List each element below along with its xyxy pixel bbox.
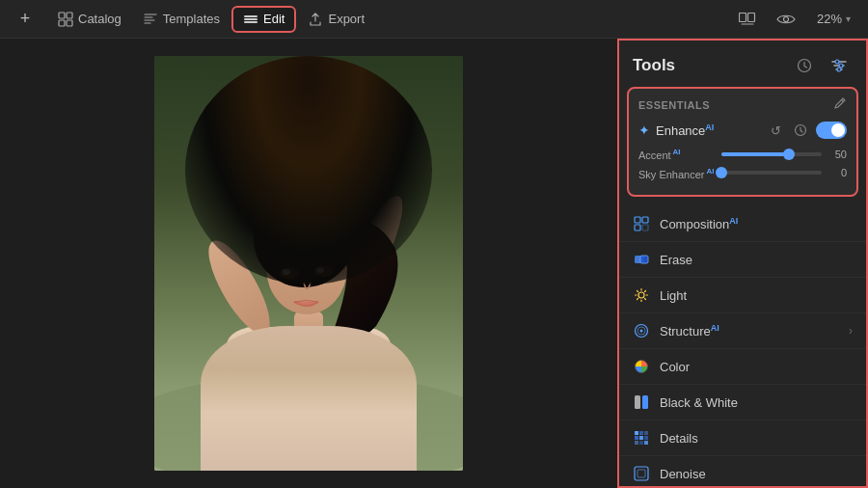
tool-erase-left: Erase (633, 251, 692, 268)
tool-bw[interactable]: Black & White (619, 385, 866, 420)
svg-rect-37 (642, 225, 648, 230)
tool-composition[interactable]: CompositionAI (619, 206, 866, 242)
svg-rect-3 (67, 20, 72, 26)
svg-rect-2 (59, 20, 65, 26)
tool-details-label: Details (660, 431, 698, 446)
svg-rect-50 (635, 431, 638, 435)
svg-point-24 (313, 265, 333, 277)
undo-button[interactable]: ↺ (766, 121, 785, 140)
edit-tab[interactable]: Edit (231, 6, 296, 33)
add-button[interactable]: + (12, 6, 39, 33)
svg-point-11 (154, 374, 463, 471)
tool-structure[interactable]: StructureAI › (619, 313, 866, 349)
sky-slider-thumb[interactable] (716, 167, 727, 178)
catalog-tab[interactable]: Catalog (48, 8, 131, 31)
svg-rect-47 (635, 395, 640, 409)
tool-denoise-left: Denoise (633, 465, 706, 482)
history-button[interactable] (791, 52, 818, 79)
svg-rect-51 (639, 431, 643, 435)
sky-label: Sky Enhancer AI (638, 167, 716, 180)
svg-rect-34 (635, 217, 640, 223)
svg-point-32 (837, 68, 841, 71)
svg-rect-59 (635, 467, 648, 480)
composition-icon (633, 215, 650, 232)
svg-point-25 (283, 269, 290, 275)
enhance-label: EnhanceAI (656, 122, 714, 138)
sky-value: 0 (827, 167, 847, 178)
tool-color-left: Color (633, 358, 690, 375)
tool-composition-left: CompositionAI (633, 215, 738, 232)
templates-tab[interactable]: Templates (133, 8, 230, 31)
tool-composition-label: CompositionAI (660, 216, 738, 231)
tool-color[interactable]: Color (619, 349, 866, 385)
accent-value: 50 (827, 149, 847, 160)
zoom-value: 22% (817, 12, 842, 26)
svg-rect-35 (642, 217, 648, 223)
enhance-actions: ↺ (766, 121, 847, 140)
svg-point-41 (638, 292, 644, 298)
tool-details-left: Details (633, 429, 698, 447)
svg-point-31 (839, 64, 843, 68)
enhance-row: ✦ EnhanceAI ↺ (629, 117, 856, 148)
svg-rect-4 (244, 15, 258, 17)
essentials-section: Essentials ✦ EnhanceAI ↺ (627, 87, 858, 197)
svg-rect-36 (635, 225, 640, 230)
tool-details[interactable]: Details (619, 420, 866, 456)
svg-point-15 (227, 326, 294, 365)
erase-icon (633, 251, 650, 268)
right-panel: Tools (617, 39, 868, 488)
svg-rect-56 (635, 441, 638, 445)
pen-button[interactable] (833, 96, 847, 113)
pen-icon (833, 96, 847, 110)
svg-rect-48 (642, 395, 648, 409)
sky-slider-row: Sky Enhancer AI 0 (638, 167, 847, 180)
tool-denoise-label: Denoise (660, 467, 706, 481)
export-tab[interactable]: Export (298, 8, 374, 31)
structure-icon (633, 322, 650, 339)
tool-denoise[interactable]: Denoise (619, 456, 866, 486)
reset-icon (794, 123, 807, 137)
panel-header: Tools (619, 41, 866, 87)
tool-color-label: Color (660, 360, 690, 374)
light-icon (633, 286, 650, 304)
sky-slider-track[interactable] (721, 171, 822, 175)
enhance-toggle[interactable] (816, 122, 847, 139)
structure-chevron: › (849, 324, 853, 338)
essentials-header: Essentials (629, 89, 856, 117)
svg-point-21 (254, 191, 354, 287)
svg-point-19 (340, 180, 383, 211)
details-icon (633, 429, 650, 447)
history-icon (797, 58, 812, 73)
reset-button[interactable] (791, 121, 810, 140)
zoom-control[interactable]: 22% ▾ (811, 10, 856, 28)
svg-rect-39 (640, 256, 648, 263)
color-icon (633, 358, 650, 375)
eye-icon (776, 13, 796, 26)
svg-point-12 (236, 336, 381, 471)
tool-structure-label: StructureAI (660, 323, 719, 339)
tool-light-label: Light (660, 288, 687, 303)
svg-rect-6 (244, 21, 258, 23)
svg-point-26 (316, 267, 324, 273)
svg-rect-60 (637, 470, 645, 477)
photo-svg (154, 56, 463, 471)
svg-rect-1 (67, 13, 72, 18)
accent-slider-track[interactable] (721, 152, 822, 156)
dual-screen-button[interactable] (734, 6, 761, 33)
zoom-chevron: ▾ (846, 14, 851, 24)
svg-point-16 (323, 326, 391, 365)
photo-area (0, 39, 617, 488)
tool-erase[interactable]: Erase (619, 242, 866, 278)
catalog-label: Catalog (78, 12, 122, 26)
denoise-icon (633, 465, 650, 482)
tool-light[interactable]: Light (619, 278, 866, 313)
filter-button[interactable] (826, 52, 853, 79)
top-bar-right: 22% ▾ (734, 6, 856, 33)
catalog-icon (58, 12, 73, 27)
accent-slider-thumb[interactable] (783, 149, 795, 160)
essentials-label: Essentials (638, 99, 710, 111)
svg-rect-5 (244, 18, 258, 20)
preview-button[interactable] (773, 6, 800, 33)
tool-light-left: Light (633, 286, 687, 304)
sparkle-icon: ✦ (638, 122, 650, 138)
